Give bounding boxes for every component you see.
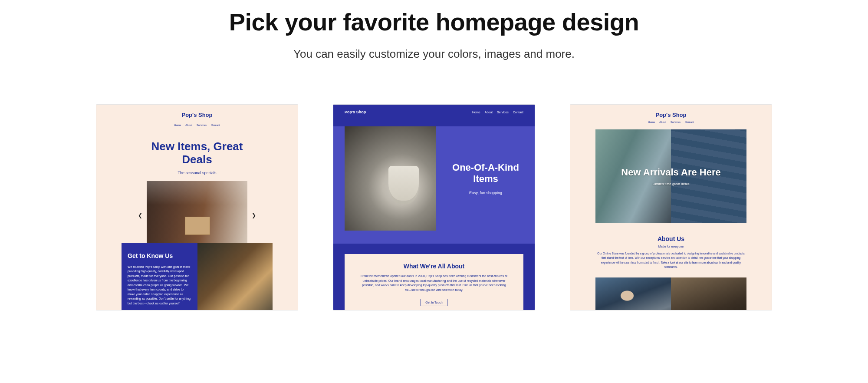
page-title: Pick your favorite homepage design bbox=[0, 8, 868, 36]
secondary-image bbox=[197, 243, 273, 311]
nav-item: About bbox=[185, 124, 192, 126]
template-cards-row: Pop's Shop Home About Services Contact N… bbox=[0, 104, 868, 310]
template-1-hero-title: New Items, Great Deals bbox=[141, 140, 253, 166]
template-option-1[interactable]: Pop's Shop Home About Services Contact N… bbox=[96, 104, 298, 310]
template-option-3[interactable]: Pop's Shop Home About Services Contact N… bbox=[570, 104, 772, 310]
page-subtitle: You can easily customize your colors, im… bbox=[0, 47, 868, 61]
template-1-hero-subtitle: The seasonal specials bbox=[96, 171, 298, 175]
template-2-hero-title: One-Of-A-Kind Items bbox=[447, 162, 524, 185]
nav-item: About bbox=[659, 121, 666, 123]
template-3-about-title: About Us bbox=[595, 235, 746, 242]
nav-item: Services bbox=[497, 111, 509, 114]
nav-item: Contact bbox=[685, 121, 694, 123]
nav-item: Home bbox=[648, 121, 655, 123]
chevron-right-icon: ❯ bbox=[252, 212, 256, 218]
nav-item: Services bbox=[671, 121, 681, 123]
nav-item: Home bbox=[472, 111, 480, 114]
secondary-image-right bbox=[671, 277, 746, 310]
template-2-cta-button: Get In Touch bbox=[421, 299, 447, 306]
chevron-left-icon: ❮ bbox=[138, 212, 142, 218]
template-3-nav: Home About Services Contact bbox=[595, 121, 746, 123]
nav-item: Services bbox=[197, 124, 207, 126]
hero-image bbox=[147, 181, 247, 250]
template-1-know-panel: Get to Know Us We founded Pop's Shop wit… bbox=[122, 243, 197, 311]
template-3-hero-subtitle: Limited time great deals bbox=[621, 182, 721, 186]
template-1-know-title: Get to Know Us bbox=[128, 251, 191, 261]
nav-item: About bbox=[485, 111, 493, 114]
template-3-shop-name: Pop's Shop bbox=[595, 112, 746, 118]
nav-item: Contact bbox=[513, 111, 523, 114]
nav-item: Home bbox=[174, 124, 181, 126]
template-2-about-body: From the moment we opened our doors in 2… bbox=[360, 274, 508, 292]
template-3-about-body: Our Online Store was founded by a group … bbox=[595, 251, 746, 270]
nav-item: Contact bbox=[211, 124, 220, 126]
secondary-image-left bbox=[595, 277, 671, 310]
template-2-nav: Home About Services Contact bbox=[472, 111, 523, 114]
template-1-nav: Home About Services Contact bbox=[122, 124, 273, 126]
template-1-shop-name: Pop's Shop bbox=[122, 112, 273, 118]
template-2-shop-name: Pop's Shop bbox=[345, 110, 366, 114]
divider bbox=[138, 121, 256, 121]
template-2-about-title: What We're All About bbox=[360, 263, 508, 270]
template-3-about-tagline: Made for everyone bbox=[595, 245, 746, 248]
template-1-know-body: We founded Pop's Shop with one goal in m… bbox=[128, 265, 191, 306]
hero-image bbox=[345, 126, 436, 231]
template-2-hero-subtitle: Easy, fun shopping bbox=[447, 191, 524, 195]
template-3-hero-title: New Arrivals Are Here bbox=[621, 167, 721, 178]
template-option-2[interactable]: Pop's Shop Home About Services Contact O… bbox=[333, 104, 535, 310]
